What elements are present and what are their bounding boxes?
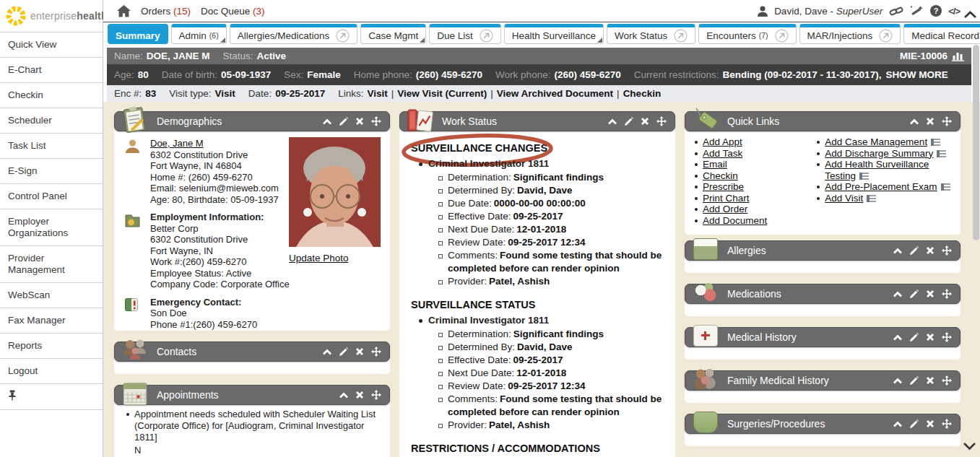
tab-due-list[interactable]: Due List xyxy=(429,24,501,44)
edit-button[interactable] xyxy=(909,246,919,256)
quick-link[interactable]: Add Appt xyxy=(703,136,742,147)
sidebar-item[interactable]: Provider Management xyxy=(0,246,103,283)
sidebar-item[interactable]: Logout xyxy=(0,359,103,384)
home-button[interactable] xyxy=(117,5,131,17)
sidebar-item[interactable]: Employer Organizations xyxy=(0,209,103,246)
checkin-link[interactable]: Checkin xyxy=(623,88,662,99)
sidebar-item[interactable]: WebScan xyxy=(0,283,103,308)
magic-wand-icon[interactable] xyxy=(910,5,924,17)
move-button[interactable] xyxy=(942,375,952,386)
patient-name-link[interactable]: Doe, Jane M xyxy=(150,138,204,149)
sidebar-item[interactable]: Reports xyxy=(0,334,103,359)
enterprise-health-logo[interactable]: enterprisehealth xyxy=(0,0,103,32)
edit-button[interactable] xyxy=(339,347,348,357)
sidebar-item[interactable]: E-Sign xyxy=(0,159,103,184)
quick-link[interactable]: Add Discharge Summary xyxy=(825,148,933,159)
move-button[interactable] xyxy=(942,332,952,342)
vertical-scrollbar-thumb[interactable] xyxy=(973,45,979,240)
quick-link[interactable]: Print Chart xyxy=(703,193,750,204)
scroll-up-chevron-icon[interactable] xyxy=(963,9,977,22)
close-button[interactable] xyxy=(641,117,649,126)
collapse-button[interactable] xyxy=(893,291,902,297)
sidebar-item[interactable]: Fax Manager xyxy=(0,308,103,334)
edit-button[interactable] xyxy=(909,419,919,429)
doc-queue-link[interactable]: Doc Queue (3) xyxy=(201,6,265,17)
orders-link[interactable]: Orders (15) xyxy=(141,6,191,17)
tab-encounters[interactable]: Encounters(7) xyxy=(698,24,796,44)
move-button[interactable] xyxy=(656,116,667,126)
tab-case-mgmt[interactable]: Case Mgmt xyxy=(360,24,426,44)
collapse-button[interactable] xyxy=(608,118,617,125)
close-button[interactable] xyxy=(355,117,364,126)
open-new-window-icon[interactable] xyxy=(879,29,893,43)
user-menu[interactable]: David, Dave - SuperUser xyxy=(774,6,883,17)
view-archived-document-link[interactable]: View Archived Document xyxy=(497,88,613,99)
open-new-window-icon[interactable] xyxy=(336,29,350,43)
tab-summary[interactable]: Summary xyxy=(108,24,168,44)
edit-button[interactable] xyxy=(909,333,919,342)
quick-link[interactable]: Add Case Management xyxy=(825,136,927,147)
chain-link-icon[interactable] xyxy=(889,6,903,17)
tab-mar-injections[interactable]: MAR/Injections xyxy=(799,24,901,44)
move-button[interactable] xyxy=(371,390,381,400)
move-button[interactable] xyxy=(942,419,952,429)
collapse-button[interactable] xyxy=(893,248,902,254)
move-button[interactable] xyxy=(371,347,381,357)
quick-link[interactable]: Add Pre-Placement Exam xyxy=(825,181,937,192)
view-visit-link[interactable]: View Visit (Current) xyxy=(397,88,487,99)
sidebar-item[interactable]: Scheduler xyxy=(0,108,103,134)
chart-stats-icon[interactable] xyxy=(952,51,964,61)
quick-link[interactable]: Add Document xyxy=(703,215,767,226)
close-button[interactable] xyxy=(926,419,935,428)
sidebar-pin-item[interactable] xyxy=(0,384,103,410)
scroll-down-chevron-icon[interactable] xyxy=(963,440,976,453)
code-icon[interactable]: </> xyxy=(948,6,960,17)
quick-link[interactable]: Checkin xyxy=(703,170,738,181)
quick-link[interactable]: Add Visit xyxy=(825,193,863,204)
sidebar-item[interactable]: E-Chart xyxy=(0,58,103,83)
edit-button[interactable] xyxy=(909,376,919,386)
tab-health-surveillance[interactable]: Health Surveillance xyxy=(504,24,604,44)
move-button[interactable] xyxy=(942,289,952,299)
close-button[interactable] xyxy=(355,347,364,356)
edit-button[interactable] xyxy=(624,117,633,126)
tab-allergies-medications[interactable]: Allergies/Medications xyxy=(230,24,358,44)
edit-button[interactable] xyxy=(909,290,919,299)
collapse-button[interactable] xyxy=(339,392,348,399)
quick-link[interactable]: Add Order xyxy=(703,204,747,214)
collapse-button[interactable] xyxy=(893,378,902,384)
move-button[interactable] xyxy=(371,116,381,126)
close-button[interactable] xyxy=(926,290,935,298)
move-button[interactable] xyxy=(942,116,952,126)
sidebar-item[interactable]: Control Panel xyxy=(0,184,103,209)
collapse-button[interactable] xyxy=(893,334,902,341)
quick-link[interactable]: Add Health Surveillance Testing xyxy=(825,159,929,181)
tab-medical-record[interactable]: Medical Record(21) xyxy=(903,24,980,44)
open-new-window-icon[interactable] xyxy=(480,29,493,43)
visit-link[interactable]: Visit xyxy=(367,88,387,99)
quick-link[interactable]: Add Task xyxy=(703,148,742,159)
sidebar-item[interactable]: Checkin xyxy=(0,83,103,108)
close-button[interactable] xyxy=(926,333,935,341)
quick-link[interactable]: Email xyxy=(703,159,727,170)
tab-work-status[interactable]: Work Status xyxy=(607,24,695,44)
edit-button[interactable] xyxy=(339,117,348,126)
sidebar-item[interactable]: Task List xyxy=(0,134,103,159)
collapse-button[interactable] xyxy=(910,118,919,125)
collapse-button[interactable] xyxy=(323,349,331,355)
open-new-window-icon[interactable] xyxy=(775,29,789,43)
help-icon[interactable]: ? xyxy=(930,5,942,17)
quick-link[interactable]: Prescribe xyxy=(703,181,744,192)
tab-admin[interactable]: Admin(6) xyxy=(171,24,227,44)
move-button[interactable] xyxy=(942,245,952,256)
close-button[interactable] xyxy=(355,391,364,399)
update-photo-link[interactable]: Update Photo xyxy=(289,253,349,264)
close-button[interactable] xyxy=(926,246,935,255)
collapse-button[interactable] xyxy=(893,421,902,427)
close-button[interactable] xyxy=(926,117,935,126)
close-button[interactable] xyxy=(926,376,935,385)
show-more-link[interactable]: SHOW MORE xyxy=(885,69,948,80)
collapse-button[interactable] xyxy=(323,118,331,125)
sidebar-item[interactable]: Quick View xyxy=(0,32,103,58)
open-new-window-icon[interactable] xyxy=(674,29,688,43)
